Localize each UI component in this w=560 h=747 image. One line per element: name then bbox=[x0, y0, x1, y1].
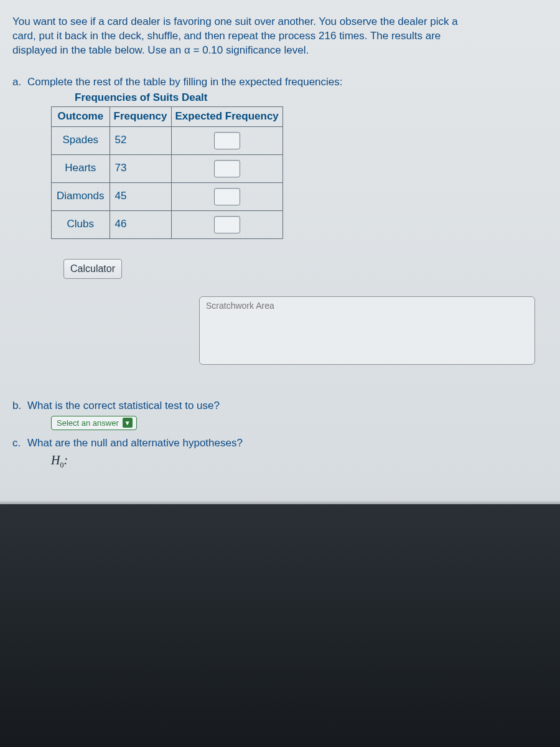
calculator-button[interactable]: Calculator bbox=[63, 259, 122, 279]
scratchwork-container bbox=[199, 296, 535, 369]
part-b-prompt: What is the correct statistical test to … bbox=[27, 399, 220, 413]
cell-frequency: 45 bbox=[110, 182, 171, 210]
part-c-header: c. What are the null and alternative hyp… bbox=[12, 436, 548, 451]
part-c-prompt: What are the null and alternative hypoth… bbox=[27, 436, 243, 451]
expected-input-spades[interactable] bbox=[214, 132, 240, 149]
part-a-header: a. Complete the rest of the table by fil… bbox=[12, 75, 548, 90]
h0-colon: : bbox=[63, 453, 68, 467]
part-a-prompt: Complete the rest of the table by fillin… bbox=[27, 75, 343, 90]
h0-h: H bbox=[51, 453, 60, 467]
table-title: Frequencies of Suits Dealt bbox=[75, 91, 548, 105]
chevron-down-icon: ▼ bbox=[123, 418, 133, 428]
h0-label: H0: bbox=[51, 452, 548, 470]
frequency-table: Outcome Frequency Expected Frequency Spa… bbox=[51, 106, 283, 239]
intro-line-3: displayed in the table below. Use an α =… bbox=[12, 44, 309, 56]
col-frequency: Frequency bbox=[110, 106, 171, 126]
expected-input-clubs[interactable] bbox=[214, 216, 240, 233]
part-b: b. What is the correct statistical test … bbox=[12, 399, 548, 430]
part-b-letter: b. bbox=[12, 399, 24, 413]
part-c-letter: c. bbox=[12, 436, 24, 451]
table-header-row: Outcome Frequency Expected Frequency bbox=[52, 106, 283, 126]
test-select[interactable]: Select an answer ▼ bbox=[51, 416, 137, 431]
part-a-letter: a. bbox=[12, 75, 24, 90]
table-row: Diamonds 45 bbox=[52, 182, 283, 210]
cell-outcome: Hearts bbox=[52, 154, 110, 182]
part-c: c. What are the null and alternative hyp… bbox=[12, 436, 548, 470]
cell-expected bbox=[171, 210, 282, 238]
problem-intro: You want to see if a card dealer is favo… bbox=[12, 15, 548, 58]
cell-frequency: 52 bbox=[110, 126, 171, 154]
scratchwork-textarea[interactable] bbox=[199, 296, 535, 365]
col-expected: Expected Frequency bbox=[171, 106, 282, 126]
expected-input-hearts[interactable] bbox=[214, 160, 240, 177]
select-label: Select an answer bbox=[57, 418, 119, 429]
cell-outcome: Clubs bbox=[52, 210, 110, 238]
table-row: Clubs 46 bbox=[52, 210, 283, 238]
cell-outcome: Spades bbox=[52, 126, 110, 154]
cell-frequency: 46 bbox=[110, 210, 171, 238]
part-b-header: b. What is the correct statistical test … bbox=[12, 399, 548, 413]
cell-frequency: 73 bbox=[110, 154, 171, 182]
cell-expected bbox=[171, 182, 282, 210]
intro-line-2: card, put it back in the deck, shuffle, … bbox=[12, 30, 441, 42]
cell-expected bbox=[171, 126, 282, 154]
table-row: Hearts 73 bbox=[52, 154, 283, 182]
col-outcome: Outcome bbox=[52, 106, 110, 126]
screen-bottom-area bbox=[0, 504, 560, 747]
cell-expected bbox=[171, 154, 282, 182]
cell-outcome: Diamonds bbox=[52, 182, 110, 210]
intro-line-1: You want to see if a card dealer is favo… bbox=[12, 16, 458, 27]
expected-input-diamonds[interactable] bbox=[214, 188, 240, 205]
table-row: Spades 52 bbox=[52, 126, 283, 154]
